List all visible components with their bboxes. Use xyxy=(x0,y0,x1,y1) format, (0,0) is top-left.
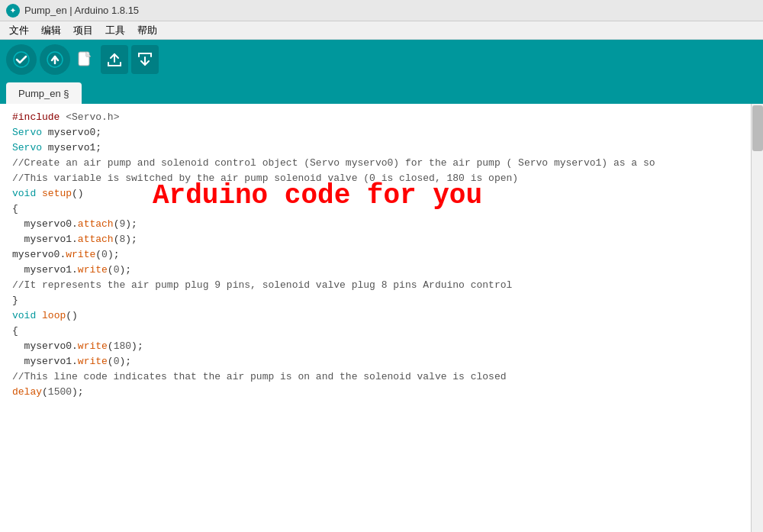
open-button[interactable] xyxy=(101,45,128,74)
save-button[interactable] xyxy=(131,45,159,74)
code-line: myservo1.write(0); xyxy=(0,354,763,369)
title-bar: ✦ Pump_en | Arduino 1.8.15 xyxy=(0,0,763,21)
menu-help[interactable]: 帮助 xyxy=(131,24,163,37)
tab-pump-en[interactable]: Pump_en § xyxy=(6,82,82,104)
code-line: myservo1.write(0); xyxy=(0,263,763,278)
scrollbar[interactable] xyxy=(751,104,763,532)
code-line: #include <Servo.h> xyxy=(0,110,763,125)
scroll-thumb[interactable] xyxy=(752,105,763,151)
toolbar xyxy=(0,40,763,79)
menu-tools[interactable]: 工具 xyxy=(99,24,131,37)
arduino-logo: ✦ xyxy=(6,4,20,18)
menu-project[interactable]: 项目 xyxy=(67,24,99,37)
code-line: } xyxy=(0,293,763,308)
code-line: //It represents the air pump plug 9 pins… xyxy=(0,278,763,293)
code-line: //This line code indicates that the air … xyxy=(0,369,763,385)
code-content: #include <Servo.h>Servo myservo0;Servo m… xyxy=(0,110,763,400)
verify-button[interactable] xyxy=(6,44,37,75)
menu-bar: 文件 编辑 项目 工具 帮助 xyxy=(0,21,763,40)
code-line: delay(1500); xyxy=(0,385,763,400)
window-title: Pump_en | Arduino 1.8.15 xyxy=(24,5,139,16)
code-line: Servo myservo0; xyxy=(0,125,763,140)
tab-bar: Pump_en § xyxy=(0,79,763,104)
code-line: void loop() xyxy=(0,308,763,324)
new-button[interactable] xyxy=(73,44,98,75)
tab-label: Pump_en § xyxy=(18,88,69,99)
upload-button[interactable] xyxy=(40,44,70,75)
code-editor[interactable]: Arduino code for you #include <Servo.h>S… xyxy=(0,104,763,532)
code-line: { xyxy=(0,202,763,217)
code-line: myservo0.attach(9); xyxy=(0,217,763,232)
code-line: myservo1.attach(8); xyxy=(0,232,763,247)
menu-edit[interactable]: 编辑 xyxy=(35,24,67,37)
code-line: Servo myservo1; xyxy=(0,140,763,156)
code-line: { xyxy=(0,324,763,339)
code-line: //Create an air pump and solenoid contro… xyxy=(0,156,763,171)
code-line: //This variable is switched by the air p… xyxy=(0,171,763,186)
code-line: myservo0.write(0); xyxy=(0,247,763,263)
code-line: void setup() xyxy=(0,186,763,202)
code-line: myservo0.write(180); xyxy=(0,339,763,354)
menu-file[interactable]: 文件 xyxy=(3,24,35,37)
